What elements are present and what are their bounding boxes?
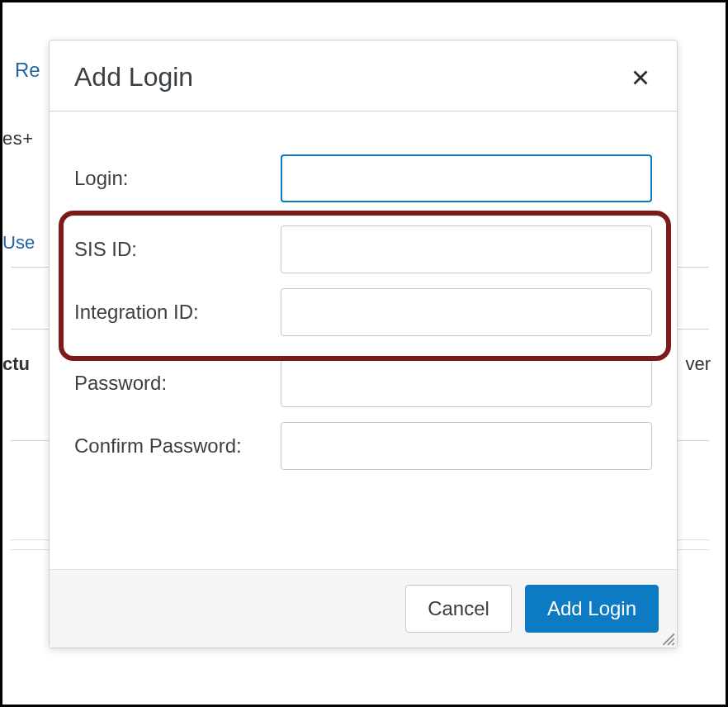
resize-grip-icon[interactable] <box>660 631 675 646</box>
bg-text-fragment: ver <box>685 354 711 375</box>
confirm-password-label: Confirm Password: <box>74 434 281 458</box>
cancel-button[interactable]: Cancel <box>405 585 512 633</box>
add-login-modal: Add Login Login: SIS ID: Integration ID:… <box>49 40 678 648</box>
integration-id-label: Integration ID: <box>74 301 281 324</box>
bg-link-fragment: Re <box>15 59 40 82</box>
confirm-password-input[interactable] <box>281 422 652 470</box>
bg-text-fragment: ctu <box>2 354 30 375</box>
modal-title: Add Login <box>74 62 193 93</box>
sis-id-input[interactable] <box>281 225 652 273</box>
modal-body: Login: SIS ID: Integration ID: Password:… <box>50 112 677 569</box>
sis-id-row: SIS ID: <box>74 225 652 273</box>
integration-id-row: Integration ID: <box>74 288 652 336</box>
close-icon <box>632 69 649 86</box>
modal-footer: Cancel Add Login <box>50 569 677 648</box>
password-input[interactable] <box>281 359 652 407</box>
add-login-button[interactable]: Add Login <box>525 585 659 633</box>
login-row: Login: <box>74 154 652 202</box>
password-row: Password: <box>74 359 652 407</box>
sis-id-label: SIS ID: <box>74 238 281 261</box>
login-input[interactable] <box>281 154 652 202</box>
confirm-password-row: Confirm Password: <box>74 422 652 470</box>
svg-line-4 <box>673 643 674 645</box>
password-label: Password: <box>74 372 281 395</box>
bg-text-fragment: es+ <box>2 128 34 149</box>
integration-id-input[interactable] <box>281 288 652 336</box>
bg-user-link-fragment: Use <box>2 232 35 254</box>
login-label: Login: <box>74 167 281 190</box>
close-button[interactable] <box>629 66 652 89</box>
modal-header: Add Login <box>50 40 677 112</box>
